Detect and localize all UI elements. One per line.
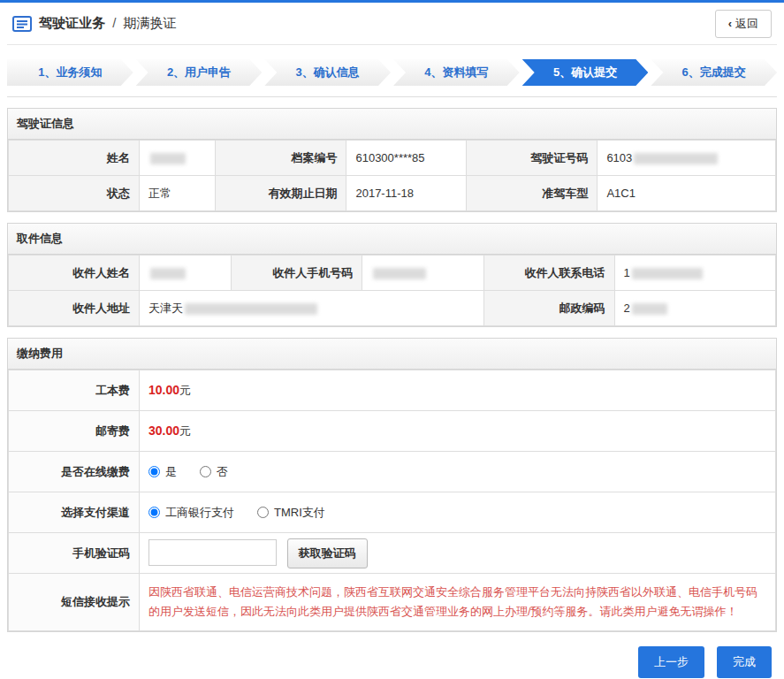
online-pay-no-label: 否 <box>217 464 228 480</box>
redacted-value <box>150 153 186 164</box>
recipient-tel-value: 1 <box>614 256 775 291</box>
table-row: 工本费 10.00元 <box>9 370 776 411</box>
pay-channel-icbc-label: 工商银行支付 <box>165 505 234 521</box>
online-pay-yes-option[interactable]: 是 <box>148 464 177 480</box>
recipient-name-value <box>140 256 232 291</box>
sms-code-field-row: 获取验证码 <box>140 533 776 574</box>
steps-bar: 1、业务须知 2、用户申告 3、确认信息 4、资料填写 5、确认提交 6、完成提… <box>7 45 777 97</box>
vehicle-class-value: A1C1 <box>598 176 776 211</box>
recipient-phone-value <box>362 256 483 291</box>
pay-channel-tmri-radio[interactable] <box>257 507 269 518</box>
postage-fee-label: 邮寄费 <box>9 411 140 452</box>
step-6-finish-submit[interactable]: 6、完成提交 <box>651 59 777 86</box>
get-sms-code-button[interactable]: 获取验证码 <box>287 538 368 568</box>
fees-title: 缴纳费用 <box>8 339 776 370</box>
redacted-value <box>185 303 317 315</box>
chevron-left-icon: ‹ <box>728 17 732 30</box>
step-1-business-notice[interactable]: 1、业务须知 <box>7 59 133 86</box>
table-row: 手机验证码 获取验证码 <box>9 533 776 574</box>
postage-fee-amount: 30.00 <box>148 423 179 438</box>
table-row: 是否在线缴费 是 否 <box>9 452 776 492</box>
license-info-title: 驾驶证信息 <box>8 109 776 140</box>
online-pay-options: 是 否 <box>140 452 776 492</box>
step-3-confirm-info[interactable]: 3、确认信息 <box>264 59 391 86</box>
table-row: 收件人姓名 收件人手机号码 收件人联系电话 1 <box>9 256 776 291</box>
sms-code-input[interactable] <box>148 539 277 566</box>
status-label: 状态 <box>9 176 140 211</box>
license-business-icon <box>12 16 32 32</box>
redacted-value <box>150 268 186 279</box>
pickup-info-table: 收件人姓名 收件人手机号码 收件人联系电话 1 收件人地址 天津天 邮政编码 2 <box>8 255 776 326</box>
previous-step-button[interactable]: 上一步 <box>638 646 704 678</box>
table-row: 姓名 档案编号 610300****85 驾驶证号码 6103 <box>9 141 776 176</box>
pickup-info-title: 取件信息 <box>8 224 776 255</box>
step-4-fill-data[interactable]: 4、资料填写 <box>393 59 520 86</box>
vehicle-class-label: 准驾车型 <box>467 176 598 211</box>
postcode-value: 2 <box>614 291 775 326</box>
redacted-value <box>373 268 426 279</box>
page-title-main: 驾驶证业务 <box>39 15 105 30</box>
pay-channel-options: 工商银行支付 TMRI支付 <box>140 492 776 533</box>
production-fee-amount: 10.00 <box>148 383 179 397</box>
pickup-info-section: 取件信息 收件人姓名 收件人手机号码 收件人联系电话 1 收件人地址 天津天 邮… <box>7 223 777 327</box>
status-value: 正常 <box>140 176 216 211</box>
finish-button[interactable]: 完成 <box>717 646 772 678</box>
table-row: 选择支付渠道 工商银行支付 TMRI支付 <box>9 492 776 533</box>
step-5-confirm-submit-active[interactable]: 5、确认提交 <box>522 59 649 86</box>
pay-channel-icbc-radio[interactable] <box>148 507 160 518</box>
name-label: 姓名 <box>9 141 140 176</box>
file-no-label: 档案编号 <box>216 141 346 176</box>
pay-channel-tmri-label: TMRI支付 <box>274 505 325 521</box>
expiry-value: 2017-11-18 <box>346 176 467 211</box>
redacted-value <box>634 153 718 164</box>
online-pay-label: 是否在线缴费 <box>9 452 140 492</box>
recipient-phone-label: 收件人手机号码 <box>232 256 362 291</box>
sms-notice-label: 短信接收提示 <box>9 574 140 631</box>
postage-fee-value: 30.00元 <box>140 411 776 452</box>
back-button-label: 返回 <box>735 16 758 32</box>
fee-unit: 元 <box>179 384 191 397</box>
table-row: 邮寄费 30.00元 <box>9 411 776 452</box>
sms-code-label: 手机验证码 <box>9 533 140 574</box>
page-title-sub: 期满换证 <box>124 15 177 30</box>
license-info-table: 姓名 档案编号 610300****85 驾驶证号码 6103 状态 正常 有效… <box>8 140 776 211</box>
address-label: 收件人地址 <box>9 291 140 326</box>
table-row: 短信接收提示 因陕西省联通、电信运营商技术问题，陕西省互联网交通安全综合服务管理… <box>9 574 776 631</box>
online-pay-no-radio[interactable] <box>200 466 211 477</box>
production-fee-label: 工本费 <box>9 370 140 411</box>
breadcrumb: 驾驶证业务 / 期满换证 <box>39 15 177 32</box>
file-no-value: 610300****85 <box>346 141 467 176</box>
table-row: 收件人地址 天津天 邮政编码 2 <box>9 291 776 326</box>
online-pay-yes-label: 是 <box>165 464 177 480</box>
sms-notice-text: 因陕西省联通、电信运营商技术问题，陕西省互联网交通安全综合服务管理平台无法向持陕… <box>148 577 766 627</box>
recipient-tel-label: 收件人联系电话 <box>483 256 614 291</box>
step-2-user-declaration[interactable]: 2、用户申告 <box>136 59 263 86</box>
license-no-label: 驾驶证号码 <box>467 141 598 176</box>
postcode-label: 邮政编码 <box>483 291 614 326</box>
back-button[interactable]: ‹ 返回 <box>715 10 772 38</box>
pay-channel-icbc-option[interactable]: 工商银行支付 <box>148 505 234 521</box>
name-value <box>140 141 216 176</box>
license-info-section: 驾驶证信息 姓名 档案编号 610300****85 驾驶证号码 6103 状态… <box>7 108 777 212</box>
breadcrumb-divider: / <box>112 15 116 30</box>
pay-channel-tmri-option[interactable]: TMRI支付 <box>257 505 325 521</box>
table-row: 状态 正常 有效期止日期 2017-11-18 准驾车型 A1C1 <box>9 176 776 211</box>
address-value: 天津天 <box>140 291 484 326</box>
fees-section: 缴纳费用 工本费 10.00元 邮寄费 30.00元 是否在线缴费 <box>7 338 777 632</box>
redacted-value <box>632 268 703 279</box>
page-header: 驾驶证业务 / 期满换证 ‹ 返回 <box>7 3 777 45</box>
footer-actions: 上一步 完成 <box>12 646 772 678</box>
redacted-value <box>632 303 667 315</box>
fees-table: 工本费 10.00元 邮寄费 30.00元 是否在线缴费 是 <box>8 370 776 631</box>
online-pay-yes-radio[interactable] <box>148 466 160 477</box>
pay-channel-label: 选择支付渠道 <box>9 492 140 533</box>
production-fee-value: 10.00元 <box>140 370 776 411</box>
fee-unit: 元 <box>179 424 191 438</box>
sms-notice-cell: 因陕西省联通、电信运营商技术问题，陕西省互联网交通安全综合服务管理平台无法向持陕… <box>140 574 776 631</box>
license-no-value: 6103 <box>598 141 776 176</box>
online-pay-no-option[interactable]: 否 <box>200 464 228 480</box>
expiry-label: 有效期止日期 <box>216 176 346 211</box>
recipient-name-label: 收件人姓名 <box>9 256 140 291</box>
